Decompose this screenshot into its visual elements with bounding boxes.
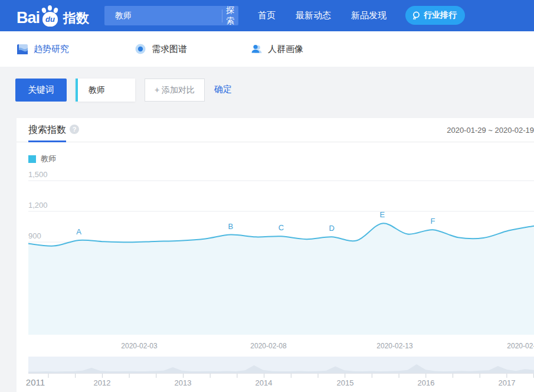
timeline-year-label[interactable]: 2012 — [94, 378, 111, 387]
section-tabbar: 趋势研究 需求图谱 人群画像 — [0, 31, 534, 67]
tab-crowd-portrait[interactable]: 人群画像 — [251, 31, 303, 67]
nav-item-new-products[interactable]: 新品发现 — [351, 10, 386, 21]
y-axis-label: 1,200 — [28, 201, 48, 210]
timeline-year-label[interactable]: 2015 — [337, 378, 354, 387]
search-submit-button[interactable]: 探索 — [222, 5, 238, 27]
keyword-input[interactable] — [78, 79, 135, 102]
timeline-year-label[interactable]: 2014 — [255, 378, 273, 387]
search-index-panel: 搜索指数 ? 2020-01-29 ~ 2020-02-19 教师 300600… — [17, 118, 534, 392]
tab-demand-graph[interactable]: 需求图谱 — [135, 31, 187, 67]
x-axis-label: 2020-02-08 — [250, 342, 287, 350]
tab-trend-research-label: 趋势研究 — [34, 44, 69, 55]
x-axis-label: 2020-02-13 — [376, 342, 413, 350]
series-area — [28, 223, 534, 335]
add-compare-button[interactable]: + 添加对比 — [145, 79, 205, 102]
trend-chart-icon — [17, 43, 28, 55]
top-nav: 首页 最新动态 新品发现 — [258, 0, 407, 31]
tab-demand-graph-label: 需求图谱 — [152, 44, 187, 55]
search-box: 探索 — [104, 6, 238, 25]
timeline-strip[interactable] — [28, 357, 534, 373]
y-axis-label: 1,500 — [28, 170, 48, 179]
baidu-index-logo[interactable]: Bai du 指数 — [17, 5, 89, 27]
x-axis-label: 2020-02-18 — [507, 342, 534, 350]
keyword-input-box — [76, 79, 135, 102]
keyword-bar: 关键词 + 添加对比 确定 — [0, 67, 534, 118]
timeline-year-label[interactable]: 2011 — [26, 377, 45, 387]
point-label[interactable]: A — [76, 227, 81, 236]
timeline-year-label[interactable]: 2016 — [418, 378, 435, 387]
tab-crowd-portrait-label: 人群画像 — [268, 44, 303, 55]
medal-icon — [411, 11, 421, 21]
logo-text-bai: Bai — [17, 9, 40, 27]
point-label[interactable]: B — [228, 222, 233, 231]
app-header: Bai du 指数 探索 首页 最新动态 新品发现 行业排行 — [0, 0, 534, 31]
point-label[interactable]: E — [380, 210, 385, 219]
search-index-chart[interactable]: 3006009001,2001,500ABCDEF2020-02-032020-… — [17, 118, 534, 392]
point-label[interactable]: D — [329, 224, 335, 233]
person-icon — [251, 43, 263, 55]
point-label[interactable]: F — [431, 217, 435, 226]
search-input[interactable] — [104, 6, 222, 25]
confirm-link[interactable]: 确定 — [214, 84, 232, 95]
tab-trend-research[interactable]: 趋势研究 — [17, 31, 69, 67]
industry-ranking-button[interactable]: 行业排行 — [405, 6, 465, 25]
timeline-year-label[interactable]: 2013 — [175, 378, 192, 387]
nav-item-home[interactable]: 首页 — [258, 10, 276, 21]
y-axis-label: 900 — [28, 231, 41, 240]
timeline-year-label[interactable]: 2017 — [499, 378, 516, 387]
baidu-paw-icon: du — [40, 5, 60, 27]
radar-dot-icon — [135, 43, 146, 55]
logo-text-suffix: 指数 — [63, 10, 89, 27]
point-label[interactable]: C — [279, 223, 284, 232]
logo-text-du: du — [45, 15, 55, 24]
keyword-label-button[interactable]: 关键词 — [15, 79, 67, 102]
x-axis-label: 2020-02-03 — [121, 342, 158, 350]
nav-item-latest-news[interactable]: 最新动态 — [296, 10, 331, 21]
industry-ranking-label: 行业排行 — [424, 10, 457, 21]
